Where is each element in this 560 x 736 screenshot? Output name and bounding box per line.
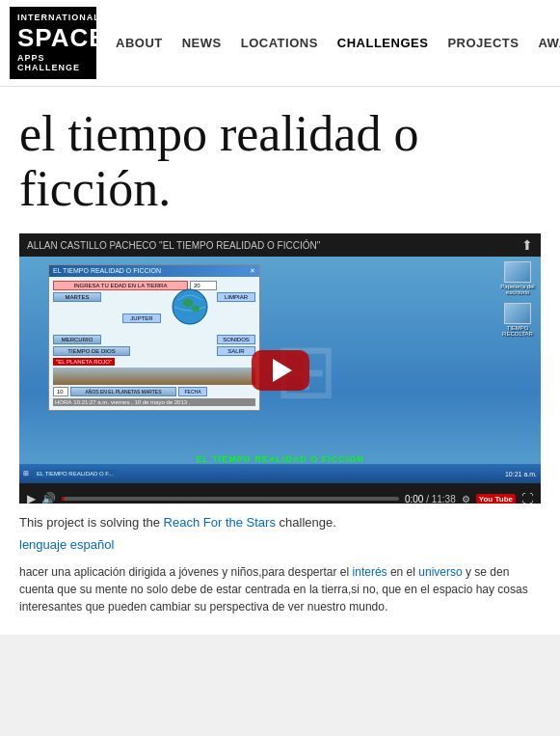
description-text: hacer una aplicación dirigida a jóvenes … bbox=[19, 563, 541, 615]
svg-point-2 bbox=[183, 299, 193, 307]
sonidos-btn: SONIDOS bbox=[217, 335, 255, 344]
anos-planeta-label: AÑOS EN EL PLANETAS MARTES bbox=[70, 387, 176, 396]
tiempo-dios-btn: TIEMPO DE DIOS bbox=[53, 346, 130, 356]
nav-locations[interactable]: LOCATIONS bbox=[241, 36, 318, 50]
time-display: 0:00 / 11:38 bbox=[405, 494, 456, 504]
anos-input: 10 bbox=[53, 387, 68, 396]
content-area: This project is solving the Reach For th… bbox=[19, 504, 541, 615]
interes-link[interactable]: interés bbox=[353, 565, 387, 579]
app-window: EL TIEMPO REALIDAD O FICCION ✕ INGRESA T… bbox=[48, 264, 260, 411]
fullscreen-icon[interactable]: ⛶ bbox=[521, 492, 533, 504]
video-title-bar: ALLAN CASTILLO PACHECO "EL TIEMPO REALID… bbox=[19, 233, 541, 257]
jupiter-btn: JUPTER bbox=[122, 313, 161, 323]
globe-svg bbox=[169, 286, 212, 329]
taskbar: ⊞ EL TIEMPO REALIDAD O F... 10:21 a.m. bbox=[19, 464, 541, 483]
planeta-rojo-label: "EL PLANETA ROJO" bbox=[53, 358, 115, 366]
mercurio-btn: MERCURIO bbox=[53, 335, 101, 344]
project-link-text: This project is solving the Reach For th… bbox=[19, 515, 541, 530]
progress-fill bbox=[62, 497, 65, 501]
app-body: INGRESA TU EDAD EN LA TIERRA 20 MARTES L… bbox=[49, 277, 259, 410]
landscape-img bbox=[53, 368, 255, 385]
nav-awards[interactable]: AWARDS bbox=[538, 36, 560, 50]
time-total: 11:38 bbox=[432, 494, 456, 504]
video-controls: ▶ 🔊 0:00 / 11:38 ⚙ You Tube ⛶ bbox=[19, 483, 541, 504]
martes-btn: MARTES bbox=[53, 292, 101, 302]
svg-point-3 bbox=[192, 306, 200, 312]
desktop-icon-2: TIEMPO RECOLTAR bbox=[499, 303, 536, 337]
play-ctrl-icon[interactable]: ▶ bbox=[27, 492, 36, 504]
nav-news[interactable]: NEWS bbox=[182, 36, 222, 50]
main-content: el tiempo realidad o ficción. ALLAN CAST… bbox=[0, 87, 560, 635]
app-titlebar: EL TIEMPO REALIDAD O FICCION ✕ bbox=[49, 265, 259, 277]
youtube-logo: You Tube bbox=[476, 494, 516, 504]
video-play-button[interactable] bbox=[252, 350, 309, 391]
main-nav: ABOUT NEWS LOCATIONS CHALLENGES PROJECTS… bbox=[116, 36, 560, 50]
settings-icon[interactable]: ⚙ bbox=[462, 494, 470, 504]
desktop-icon-1: Papelería del escritorio bbox=[499, 261, 536, 295]
logo-top-text: INTERNATIONAL bbox=[17, 13, 89, 23]
logo-bottom-text: APPS CHALLENGE bbox=[17, 53, 89, 74]
video-wrapper: ALLAN CASTILLO PACHECO "EL TIEMPO REALID… bbox=[19, 233, 541, 504]
volume-icon[interactable]: 🔊 bbox=[41, 492, 56, 504]
desktop-icons: Papelería del escritorio TIEMPO RECOLTAR bbox=[499, 261, 536, 337]
progress-bar[interactable] bbox=[62, 497, 399, 501]
video-bottom-banner: EL TIEMPO REALIDAD O FICCION bbox=[19, 454, 541, 464]
fecha-btn: FECHA bbox=[178, 387, 207, 396]
nav-about[interactable]: ABOUT bbox=[116, 36, 163, 50]
universo-link[interactable]: universo bbox=[418, 565, 462, 579]
salir-btn: SALIR bbox=[217, 346, 255, 356]
video-title-text: ALLAN CASTILLO PACHECO "EL TIEMPO REALID… bbox=[27, 240, 320, 251]
globe-placeholder bbox=[53, 304, 101, 333]
challenge-link[interactable]: Reach For the Stars bbox=[164, 515, 276, 530]
nav-projects[interactable]: PROJECTS bbox=[447, 36, 519, 50]
site-header: INTERNATIONAL SPACE APPS CHALLENGE ABOUT… bbox=[0, 0, 560, 87]
logo-space-text: SPACE bbox=[17, 23, 89, 53]
nav-challenges[interactable]: CHALLENGES bbox=[337, 36, 429, 50]
ingresa-btn: INGRESA TU EDAD EN LA TIERRA bbox=[53, 281, 188, 290]
play-icon bbox=[273, 359, 292, 382]
share-icon[interactable]: ⬆ bbox=[521, 237, 533, 253]
limpiar-btn: LIMPIAR bbox=[217, 292, 255, 302]
site-logo[interactable]: INTERNATIONAL SPACE APPS CHALLENGE bbox=[10, 7, 96, 80]
hora-row: HORA 10:21:27 a.m. viernes , 10 de mayo … bbox=[53, 398, 255, 406]
page-title: el tiempo realidad o ficción. bbox=[19, 106, 541, 216]
video-screen: ⊞ EL TIEMPO REALIDAD O FICCION ✕ INGRESA… bbox=[19, 257, 541, 483]
time-current: 0:00 bbox=[405, 494, 423, 504]
language-tag[interactable]: lenguaje español bbox=[19, 537, 541, 552]
